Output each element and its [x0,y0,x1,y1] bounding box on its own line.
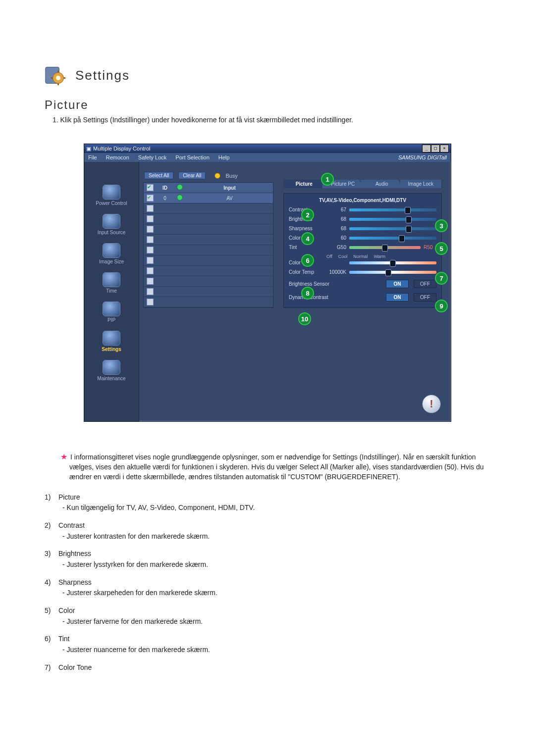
tint-slider[interactable] [349,246,421,249]
definition-item: 3) Brightness - Justerer lysstyrken for … [45,549,490,570]
slider-knob[interactable] [390,260,396,267]
source-line: TV,AV,S-Video,Component,HDMI,DTV [289,198,436,203]
window-title: Multiple Display Control [93,146,151,151]
row-checkbox[interactable] [147,278,154,285]
menu-help[interactable]: Help [218,154,230,160]
definitions-list: 1) Picture - Kun tilgængelig for TV, AV,… [45,492,490,673]
def-desc: - Justerer farverne for den markerede sk… [62,616,490,627]
intro-text: Klik på Settings (Indstillinger) under h… [60,116,353,124]
def-name: Picture [58,493,80,501]
pip-icon [103,302,120,316]
row-checkbox[interactable] [147,205,154,212]
def-name: Color [58,606,75,614]
sidebar-item-settings[interactable]: Settings [84,328,139,355]
sharpness-slider[interactable] [349,227,436,230]
busy-label: Busy [225,173,237,179]
def-num: 6) [45,634,56,645]
ctone-cool: Cool [338,254,348,259]
window-minimize-button[interactable]: _ [422,145,431,152]
row-input: AV [186,196,273,201]
slider-knob[interactable] [385,269,391,276]
sidebar-item-time[interactable]: Time [84,269,139,297]
tab-picture[interactable]: Picture [283,180,325,188]
grid-row-empty [144,235,273,245]
row-checkbox[interactable] [147,247,154,253]
row-checkbox[interactable] [147,288,154,295]
grid-row-empty [144,276,273,287]
callout-9: 9 [435,300,448,312]
grid-row-empty [144,224,273,235]
row-checkbox[interactable] [147,195,154,202]
menu-port-selection[interactable]: Port Selection [175,154,209,160]
sidebar-label: Input Source [98,230,126,235]
definition-item: 5) Color - Justerer farverne for den mar… [45,605,490,627]
sidebar-item-maintenance[interactable]: Maintenance [84,357,139,384]
grid-row-empty [144,214,273,224]
sidebar-label: Settings [102,347,121,352]
busy-indicator-icon [214,173,220,179]
row-checkbox[interactable] [147,299,154,305]
menu-remocon[interactable]: Remocon [106,154,129,160]
slider-knob[interactable] [382,245,388,252]
sidebar-item-input-source[interactable]: Input Source [84,211,139,238]
sidebar-item-pip[interactable]: PIP [84,299,139,326]
brightness-sensor-on[interactable]: ON [386,280,409,288]
grid-row[interactable]: 0 AV [144,193,273,203]
window-maximize-button[interactable]: □ [431,145,440,152]
dynamic-contrast-off[interactable]: OFF [414,293,436,302]
callout-8: 8 [301,287,314,300]
settings-header: Settings [45,64,490,86]
brightness-sensor-off[interactable]: OFF [414,280,436,288]
slider-knob[interactable] [406,226,412,233]
sidebar: Power Control Input Source Image Size Ti… [84,162,139,421]
svg-point-2 [56,76,60,80]
menu-file[interactable]: File [88,154,97,160]
definition-item: 1) Picture - Kun tilgængelig for TV, AV,… [45,492,490,513]
brightness-slider[interactable] [349,218,436,221]
col-header-id: ID [157,185,173,191]
row-checkbox[interactable] [147,236,154,243]
row-checkbox[interactable] [147,257,154,264]
color-slider[interactable] [349,237,436,240]
slider-knob[interactable] [405,207,411,214]
contrast-slider[interactable] [349,208,436,211]
info-text: I informationsgitteret vises nogle grund… [69,453,483,481]
clear-all-button[interactable]: Clear All [178,172,206,179]
app-window: ▣ Multiple Display Control _ □ × File Re… [84,144,451,422]
row-checkbox[interactable] [147,267,154,274]
def-desc: - Justerer lysstyrken for den markerede … [62,559,490,570]
def-desc: - Justerer kontrasten for den markerede … [62,531,490,542]
window-titlebar: ▣ Multiple Display Control _ □ × [84,144,451,153]
def-num: 5) [45,605,56,616]
menu-safety-lock[interactable]: Safety Lock [138,154,166,160]
sharpness-label: Sharpness [289,226,323,231]
window-close-button[interactable]: × [440,145,449,152]
brand-label: SAMSUNG DIGITall [398,154,447,160]
sidebar-label: Power Control [96,201,127,206]
slider-knob[interactable] [406,216,412,223]
menubar: File Remocon Safety Lock Port Selection … [84,153,451,162]
sidebar-item-image-size[interactable]: Image Size [84,240,139,267]
row-checkbox[interactable] [147,215,154,222]
def-desc: - Justerer nuancerne for den markerede s… [62,645,490,655]
slider-knob[interactable] [399,235,405,242]
power-icon [103,185,120,200]
tab-image-lock[interactable]: Image Lock [400,180,442,188]
display-grid: ID Input 0 AV [143,182,273,308]
row-status-icon [177,195,183,201]
callout-7: 7 [435,272,448,285]
def-desc: - Kun tilgængelig for TV, AV, S-Video, C… [62,503,490,513]
sidebar-item-power-control[interactable]: Power Control [84,182,139,209]
color-temp-label: Color Temp [289,269,323,275]
header-checkbox[interactable] [147,184,154,191]
row-checkbox[interactable] [147,226,154,233]
dynamic-contrast-on[interactable]: ON [386,293,409,302]
center-panel: Select All Clear All Busy ID Input 0 [139,162,277,421]
tab-audio[interactable]: Audio [361,180,403,188]
color-tone-slider[interactable] [349,261,436,264]
def-num: 1) [45,492,56,503]
def-num: 4) [45,577,56,588]
color-temp-slider[interactable] [349,271,436,274]
callout-10: 10 [298,312,311,325]
select-all-button[interactable]: Select All [144,172,173,179]
